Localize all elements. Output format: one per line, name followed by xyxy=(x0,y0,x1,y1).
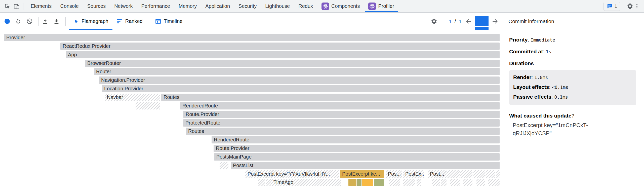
issues-button[interactable]: 1 xyxy=(603,2,620,11)
next-commit-arrow-icon[interactable] xyxy=(492,18,498,25)
durations-label: Durations xyxy=(509,60,534,66)
flame-bar-renderedroute[interactable]: RenderedRoute xyxy=(212,136,500,143)
tab-ranked[interactable]: Ranked xyxy=(112,13,147,30)
flame-bar-routes[interactable]: Routes xyxy=(186,128,500,135)
flame-bar-router[interactable]: Router xyxy=(94,68,500,75)
react-logo-icon xyxy=(368,3,376,10)
flame-bar-app[interactable]: App xyxy=(66,51,500,58)
profiler-settings-gear-icon[interactable] xyxy=(431,18,437,25)
passive-effects-value: 0.1ms xyxy=(554,94,568,100)
flame-bar[interactable] xyxy=(136,102,160,109)
tab-label: Redux xyxy=(298,3,313,9)
commit-info-body: Priority: Immediate Committed at: 1s Dur… xyxy=(504,30,644,137)
tab-performance[interactable]: Performance xyxy=(137,0,175,12)
import-profile-icon[interactable] xyxy=(42,18,49,25)
toolbar-divider xyxy=(443,17,443,26)
tab-elements[interactable]: Elements xyxy=(26,0,56,12)
flame-bar[interactable] xyxy=(476,179,485,186)
durations-heading-row: Durations xyxy=(509,60,640,66)
flame-bar-pos[interactable]: Pos... xyxy=(386,170,402,178)
settings-gear-icon[interactable] xyxy=(626,3,633,10)
flame-bar-routes[interactable]: Routes xyxy=(161,94,500,101)
tab-security[interactable]: Security xyxy=(234,0,261,12)
flame-bar-postslist[interactable]: PostsList xyxy=(231,162,500,169)
flame-bar-protectedroute[interactable]: ProtectedRoute xyxy=(183,119,500,127)
tab-lighthouse[interactable]: Lighthouse xyxy=(261,0,294,12)
tab-timeline[interactable]: Timeline xyxy=(151,13,187,30)
kebab-menu-icon[interactable] xyxy=(633,3,640,10)
tab-flamegraph[interactable]: Flamegraph xyxy=(69,13,112,30)
prev-commit-arrow-icon[interactable] xyxy=(465,18,472,25)
what-caused-label: What caused this update xyxy=(509,113,571,119)
tab-label: Network xyxy=(114,3,133,9)
flame-bar-renderedroute[interactable]: RenderedRoute xyxy=(180,102,500,109)
flame-bar[interactable] xyxy=(460,170,472,178)
flame-bar[interactable] xyxy=(362,179,373,186)
tab-sources[interactable]: Sources xyxy=(83,0,110,12)
flame-bar-timeago[interactable]: TimeAgo xyxy=(271,179,328,186)
record-button[interactable] xyxy=(5,19,10,24)
flame-bar[interactable] xyxy=(496,170,500,178)
tab-console[interactable]: Console xyxy=(56,0,83,12)
cause-component-link[interactable]: PostExcerpt key="1mCnPCxT-qRJlJXjoYCSP" xyxy=(513,121,588,137)
priority-value: Immediate xyxy=(531,37,555,43)
tab-flamegraph-label: Flamegraph xyxy=(82,18,108,24)
flame-bar-route-provider[interactable]: Route.Provider xyxy=(214,145,500,152)
tab-label: Components xyxy=(331,3,360,9)
commit-index-input[interactable]: 1 xyxy=(449,18,452,24)
tab-label: Application xyxy=(205,3,230,9)
flame-bar[interactable] xyxy=(357,179,361,186)
tab-network[interactable]: Network xyxy=(110,0,137,12)
flame-bar-navbar[interactable]: Navbar xyxy=(105,94,160,101)
flame-bar[interactable] xyxy=(403,179,415,186)
clear-profiles-icon[interactable] xyxy=(26,18,33,25)
snapshot-controls: 1 / 1 xyxy=(431,13,504,30)
tab-memory[interactable]: Memory xyxy=(174,0,201,12)
tab-label: Profiler xyxy=(378,3,394,9)
flame-bar-reactredux-provider[interactable]: ReactRedux.Provider xyxy=(60,43,500,50)
flame-bar[interactable] xyxy=(348,179,356,186)
export-profile-icon[interactable] xyxy=(53,18,60,25)
flame-bar[interactable] xyxy=(441,179,447,186)
flame-bar-browserrouter[interactable]: BrowserRouter xyxy=(85,60,500,67)
pager-separator: / xyxy=(454,18,456,24)
flame-bar[interactable] xyxy=(328,179,341,186)
tab-components[interactable]: Components xyxy=(317,0,364,12)
flame-bar[interactable] xyxy=(389,179,400,186)
flame-bar[interactable] xyxy=(417,179,421,186)
tab-application[interactable]: Application xyxy=(201,0,234,12)
flame-bar[interactable] xyxy=(450,179,460,186)
flame-bar-provider[interactable]: Provider xyxy=(4,34,500,41)
flame-bar[interactable] xyxy=(432,179,440,186)
flame-bar-route-provider[interactable]: Route.Provider xyxy=(183,111,500,118)
chat-issues-icon xyxy=(607,3,612,9)
flame-bar-postexcerpt-key-yyxuvfkw4uhf[interactable]: PostExcerpt key="YYXuVfkw4uHfY... xyxy=(245,170,339,178)
tab-ranked-label: Ranked xyxy=(125,18,143,24)
flame-bar[interactable] xyxy=(447,170,460,178)
tab-label: Console xyxy=(60,3,78,9)
tab-redux[interactable]: Redux xyxy=(294,0,317,12)
flame-bar[interactable] xyxy=(488,179,500,186)
flame-bar[interactable] xyxy=(266,179,271,186)
flame-bar[interactable] xyxy=(486,170,495,178)
reload-and-profile-icon[interactable] xyxy=(15,18,22,25)
tab-profiler[interactable]: Profiler xyxy=(364,0,398,12)
flame-bar[interactable] xyxy=(220,162,228,169)
flame-bar[interactable] xyxy=(473,170,485,178)
device-toolbar-icon[interactable] xyxy=(13,3,20,10)
flame-icon xyxy=(73,18,79,24)
flame-bar-postsmainpage[interactable]: PostsMainPage xyxy=(214,153,500,161)
inspect-element-icon[interactable] xyxy=(4,3,11,10)
flame-bar[interactable] xyxy=(258,179,265,186)
flamegraph-column: Flamegraph Ranked Timeline xyxy=(0,13,504,191)
flame-bar-postex[interactable]: PostEx... xyxy=(403,170,424,178)
flame-bar[interactable] xyxy=(463,179,472,186)
flame-bar-location-provider[interactable]: Location.Provider xyxy=(102,85,500,92)
flame-bar-post[interactable]: Post... xyxy=(428,170,447,178)
commit-selector-bar[interactable] xyxy=(475,13,489,30)
flame-bar[interactable] xyxy=(374,179,384,186)
layout-effects-value: <0.1ms xyxy=(552,85,568,90)
flame-bar-navigation-provider[interactable]: Navigation.Provider xyxy=(99,77,500,84)
flame-bar-postexcerpt-ke[interactable]: PostExcerpt ke... xyxy=(340,170,384,178)
tab-label: Security xyxy=(238,3,257,9)
